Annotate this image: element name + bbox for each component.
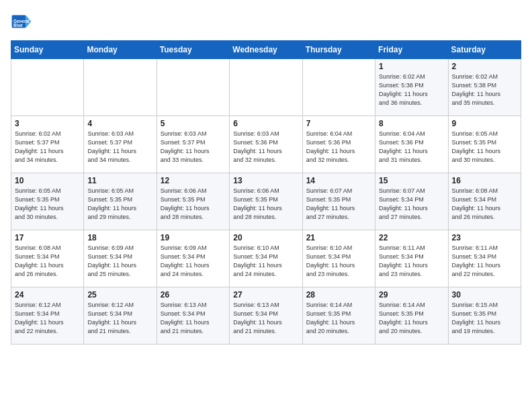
calendar-cell: 19Sunrise: 6:09 AM Sunset: 5:34 PM Dayli… — [157, 230, 229, 287]
day-number: 2 — [452, 62, 517, 71]
day-info: Sunrise: 6:04 AM Sunset: 5:36 PM Dayligh… — [306, 130, 371, 165]
calendar-cell: 3Sunrise: 6:02 AM Sunset: 5:37 PM Daylig… — [11, 116, 84, 173]
day-info: Sunrise: 6:13 AM Sunset: 5:34 PM Dayligh… — [233, 301, 298, 336]
day-info: Sunrise: 6:13 AM Sunset: 5:34 PM Dayligh… — [161, 301, 226, 336]
day-number: 17 — [15, 233, 80, 242]
day-number: 5 — [161, 119, 226, 128]
weekday-header-thursday: Thursday — [302, 41, 375, 59]
day-info: Sunrise: 6:02 AM Sunset: 5:37 PM Dayligh… — [15, 130, 80, 165]
day-info: Sunrise: 6:05 AM Sunset: 5:35 PM Dayligh… — [87, 187, 152, 222]
day-number: 15 — [379, 176, 444, 185]
calendar-week-3: 10Sunrise: 6:05 AM Sunset: 5:35 PM Dayli… — [11, 173, 521, 230]
day-info: Sunrise: 6:09 AM Sunset: 5:34 PM Dayligh… — [161, 244, 226, 279]
calendar-cell: 7Sunrise: 6:04 AM Sunset: 5:36 PM Daylig… — [302, 116, 375, 173]
day-number: 1 — [379, 62, 444, 71]
calendar-cell: 18Sunrise: 6:09 AM Sunset: 5:34 PM Dayli… — [84, 230, 157, 287]
day-number: 19 — [161, 233, 226, 242]
day-info: Sunrise: 6:10 AM Sunset: 5:34 PM Dayligh… — [306, 244, 371, 279]
calendar-cell: 1Sunrise: 6:02 AM Sunset: 5:38 PM Daylig… — [375, 59, 448, 116]
day-info: Sunrise: 6:03 AM Sunset: 5:37 PM Dayligh… — [87, 130, 152, 165]
day-info: Sunrise: 6:03 AM Sunset: 5:37 PM Dayligh… — [161, 130, 226, 165]
calendar-cell: 21Sunrise: 6:10 AM Sunset: 5:34 PM Dayli… — [302, 230, 375, 287]
day-number: 8 — [379, 119, 444, 128]
weekday-header-tuesday: Tuesday — [157, 41, 229, 59]
calendar-cell: 15Sunrise: 6:07 AM Sunset: 5:34 PM Dayli… — [375, 173, 448, 230]
day-number: 25 — [87, 290, 152, 300]
day-number: 4 — [87, 119, 152, 128]
day-number: 7 — [306, 119, 371, 128]
svg-text:Blue: Blue — [13, 23, 23, 28]
day-info: Sunrise: 6:12 AM Sunset: 5:34 PM Dayligh… — [87, 301, 152, 336]
day-number: 27 — [233, 290, 298, 300]
calendar-cell: 30Sunrise: 6:15 AM Sunset: 5:35 PM Dayli… — [448, 287, 521, 345]
day-number: 20 — [233, 233, 298, 242]
weekday-header-saturday: Saturday — [448, 41, 521, 59]
day-number: 23 — [452, 233, 517, 242]
calendar-cell: 16Sunrise: 6:08 AM Sunset: 5:34 PM Dayli… — [448, 173, 521, 230]
calendar-cell — [84, 59, 157, 116]
day-number: 28 — [306, 290, 371, 300]
day-number: 11 — [87, 176, 152, 185]
day-info: Sunrise: 6:15 AM Sunset: 5:35 PM Dayligh… — [452, 301, 517, 336]
logo: General Blue — [11, 11, 35, 32]
calendar-cell: 28Sunrise: 6:14 AM Sunset: 5:35 PM Dayli… — [302, 287, 375, 345]
calendar-cell: 17Sunrise: 6:08 AM Sunset: 5:34 PM Dayli… — [11, 230, 84, 287]
calendar-cell: 11Sunrise: 6:05 AM Sunset: 5:35 PM Dayli… — [84, 173, 157, 230]
day-info: Sunrise: 6:07 AM Sunset: 5:34 PM Dayligh… — [379, 187, 444, 222]
calendar-cell: 20Sunrise: 6:10 AM Sunset: 5:34 PM Dayli… — [230, 230, 302, 287]
calendar-cell: 5Sunrise: 6:03 AM Sunset: 5:37 PM Daylig… — [157, 116, 229, 173]
day-number: 3 — [15, 119, 80, 128]
logo-icon: General Blue — [11, 11, 32, 32]
calendar-cell: 27Sunrise: 6:13 AM Sunset: 5:34 PM Dayli… — [230, 287, 302, 345]
day-number: 18 — [87, 233, 152, 242]
calendar-cell — [157, 59, 229, 116]
day-info: Sunrise: 6:10 AM Sunset: 5:34 PM Dayligh… — [233, 244, 298, 279]
day-info: Sunrise: 6:14 AM Sunset: 5:35 PM Dayligh… — [306, 301, 371, 336]
calendar-cell: 8Sunrise: 6:04 AM Sunset: 5:36 PM Daylig… — [375, 116, 448, 173]
calendar-table: SundayMondayTuesdayWednesdayThursdayFrid… — [11, 40, 521, 345]
calendar-cell: 2Sunrise: 6:02 AM Sunset: 5:38 PM Daylig… — [448, 59, 521, 116]
page-header: General Blue — [11, 11, 521, 32]
day-info: Sunrise: 6:03 AM Sunset: 5:36 PM Dayligh… — [233, 130, 298, 165]
calendar-week-1: 1Sunrise: 6:02 AM Sunset: 5:38 PM Daylig… — [11, 59, 521, 116]
day-info: Sunrise: 6:02 AM Sunset: 5:38 PM Dayligh… — [379, 73, 444, 107]
weekday-header-friday: Friday — [375, 41, 448, 59]
calendar-cell: 6Sunrise: 6:03 AM Sunset: 5:36 PM Daylig… — [230, 116, 302, 173]
calendar-cell — [11, 59, 84, 116]
day-number: 13 — [233, 176, 298, 185]
day-info: Sunrise: 6:05 AM Sunset: 5:35 PM Dayligh… — [452, 130, 517, 165]
calendar-cell — [302, 59, 375, 116]
day-info: Sunrise: 6:02 AM Sunset: 5:38 PM Dayligh… — [452, 73, 517, 107]
weekday-header-wednesday: Wednesday — [230, 41, 302, 59]
day-number: 10 — [15, 176, 80, 185]
day-info: Sunrise: 6:14 AM Sunset: 5:35 PM Dayligh… — [379, 301, 444, 336]
day-info: Sunrise: 6:09 AM Sunset: 5:34 PM Dayligh… — [87, 244, 152, 279]
day-info: Sunrise: 6:11 AM Sunset: 5:34 PM Dayligh… — [379, 244, 444, 279]
calendar-cell: 4Sunrise: 6:03 AM Sunset: 5:37 PM Daylig… — [84, 116, 157, 173]
calendar-cell: 22Sunrise: 6:11 AM Sunset: 5:34 PM Dayli… — [375, 230, 448, 287]
calendar-cell — [230, 59, 302, 116]
day-info: Sunrise: 6:08 AM Sunset: 5:34 PM Dayligh… — [15, 244, 80, 279]
calendar-cell: 9Sunrise: 6:05 AM Sunset: 5:35 PM Daylig… — [448, 116, 521, 173]
calendar-cell: 12Sunrise: 6:06 AM Sunset: 5:35 PM Dayli… — [157, 173, 229, 230]
weekday-header-row: SundayMondayTuesdayWednesdayThursdayFrid… — [11, 41, 521, 59]
day-number: 9 — [452, 119, 517, 128]
calendar-week-5: 24Sunrise: 6:12 AM Sunset: 5:34 PM Dayli… — [11, 287, 521, 345]
calendar-cell: 24Sunrise: 6:12 AM Sunset: 5:34 PM Dayli… — [11, 287, 84, 345]
day-number: 30 — [452, 290, 517, 300]
weekday-header-sunday: Sunday — [11, 41, 84, 59]
calendar-cell: 23Sunrise: 6:11 AM Sunset: 5:34 PM Dayli… — [448, 230, 521, 287]
day-info: Sunrise: 6:06 AM Sunset: 5:35 PM Dayligh… — [161, 187, 226, 222]
day-number: 22 — [379, 233, 444, 242]
calendar-cell: 26Sunrise: 6:13 AM Sunset: 5:34 PM Dayli… — [157, 287, 229, 345]
day-info: Sunrise: 6:06 AM Sunset: 5:35 PM Dayligh… — [233, 187, 298, 222]
calendar-cell: 14Sunrise: 6:07 AM Sunset: 5:35 PM Dayli… — [302, 173, 375, 230]
calendar-week-2: 3Sunrise: 6:02 AM Sunset: 5:37 PM Daylig… — [11, 116, 521, 173]
day-info: Sunrise: 6:07 AM Sunset: 5:35 PM Dayligh… — [306, 187, 371, 222]
day-number: 29 — [379, 290, 444, 300]
calendar-cell: 29Sunrise: 6:14 AM Sunset: 5:35 PM Dayli… — [375, 287, 448, 345]
day-info: Sunrise: 6:05 AM Sunset: 5:35 PM Dayligh… — [15, 187, 80, 222]
day-info: Sunrise: 6:12 AM Sunset: 5:34 PM Dayligh… — [15, 301, 80, 336]
day-info: Sunrise: 6:08 AM Sunset: 5:34 PM Dayligh… — [452, 187, 517, 222]
day-number: 14 — [306, 176, 371, 185]
